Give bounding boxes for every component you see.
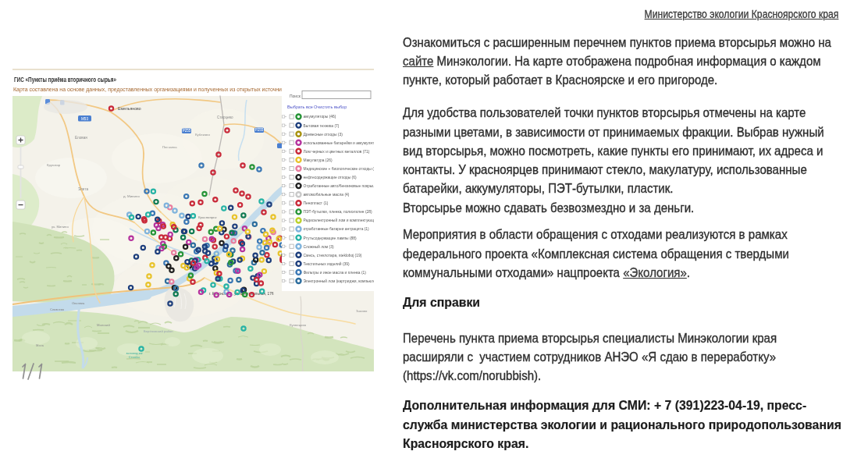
svg-text:использованные батарейки и акк: использованные батарейки и аккумулят. (2…: [304, 140, 375, 145]
svg-text:Мана: Мана: [36, 343, 44, 347]
svg-text:Песчанка: Песчанка: [162, 145, 177, 149]
svg-text:Отработанные авто/бензиновые п: Отработанные авто/бензиновые покрышки (2…: [304, 184, 375, 188]
svg-text:Макулатура (26): Макулатура (26): [304, 158, 333, 162]
svg-text:Очистить выбор: Очистить выбор: [314, 105, 347, 109]
svg-text:отработанные батареи антрацита: отработанные батареи антрацита (1): [304, 227, 370, 231]
svg-text:Кругозор: Кругозор: [47, 163, 61, 167]
svg-text:Радиоэлектронный лом и комплек: Радиоэлектронный лом и комплектующие, ак…: [304, 218, 375, 222]
svg-text:Древесные отходы (3): Древесные отходы (3): [304, 133, 343, 137]
svg-text:Карта составлена на основе дан: Карта составлена на основе данных, предо…: [13, 86, 282, 93]
svg-text:Овсянка: Овсянка: [72, 301, 85, 305]
svg-text:Р255: Р255: [183, 129, 191, 133]
svg-text:Берёзовский район: Берёзовский район: [144, 329, 173, 333]
svg-text:Столбы: Столбы: [129, 355, 140, 359]
svg-text:Р255: Р255: [255, 128, 264, 132]
svg-text:ГИС «Пункты приёма вторичного: ГИС «Пункты приёма вторичного сырья»: [14, 76, 116, 83]
svg-text:Манский: Манский: [97, 323, 110, 327]
svg-text:Кубеково: Кубеково: [195, 133, 210, 137]
svg-text:Старцево: Старцево: [217, 115, 233, 119]
svg-text:Сложный лом (3): Сложный лом (3): [304, 244, 334, 249]
svg-text:Поиск: Поиск: [290, 94, 301, 98]
svg-text:автомобильные масла (4): автомобильные масла (4): [304, 193, 350, 197]
svg-text:Фильтры и иное масла и пленка: Фильтры и иное масла и пленка (1): [304, 271, 367, 275]
svg-text:Смесь, стеклотара, stekloboj (: Смесь, стеклотара, stekloboj (19): [304, 254, 362, 258]
svg-text:Емельяново: Емельяново: [118, 106, 141, 111]
svg-text:Пенопласт (1): Пенопласт (1): [304, 201, 329, 205]
svg-text:Элита: Элита: [78, 187, 88, 191]
svg-text:Кузнецово: Кузнецово: [290, 323, 307, 327]
svg-text:Красноярск: Красноярск: [198, 215, 217, 219]
svg-text:Электронный лом (картриджи, ко: Электронный лом (картриджи, компьютерн.): [304, 279, 375, 283]
svg-text:уч. Минино: уч. Минино: [52, 225, 69, 229]
svg-text:Ртутьсодержащие лампы (88): Ртутьсодержащие лампы (88): [304, 236, 358, 240]
svg-text:Слизнево: Слизнево: [50, 307, 65, 311]
svg-text:М53: М53: [81, 117, 88, 121]
svg-text:нефтесодержащие отходы (6): нефтесодержащие отходы (6): [304, 176, 357, 179]
svg-text:Медицинские + биологические от: Медицинские + биологические отходы (1): [304, 167, 375, 171]
svg-text:Еловая: Еловая: [75, 136, 87, 140]
svg-text:Текстильных изделий (39): Текстильных изделий (39): [304, 261, 350, 266]
svg-text:ПЭТ-бутылки, пленка, полиэтиле: ПЭТ-бутылки, пленка, полиэтилен (28): [304, 210, 372, 214]
svg-text:аккумуляторы (46): аккумуляторы (46): [304, 115, 336, 119]
svg-text:Бытовая техника (7): Бытовая техника (7): [304, 124, 340, 128]
svg-text:Выбрать все: Выбрать все: [287, 105, 313, 109]
svg-text:Зыково: Зыково: [356, 309, 368, 313]
svg-text:Лом черных и цветных металлов: Лом черных и цветных металлов (71): [304, 150, 370, 154]
svg-text:д. Минино: д. Минино: [123, 194, 140, 198]
